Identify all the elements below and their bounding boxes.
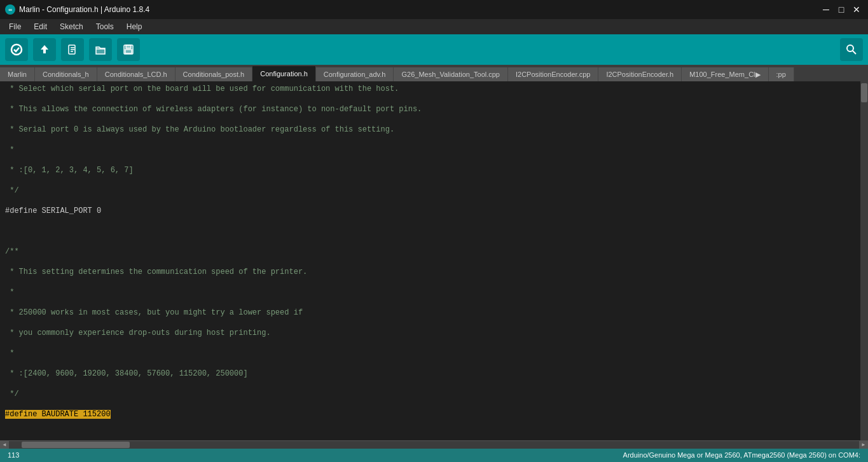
code-line: /**	[5, 247, 855, 257]
line-number: 113	[8, 451, 19, 459]
tab-g26[interactable]: G26_Mesh_Validation_Tool.cpp	[394, 67, 508, 81]
verify-button[interactable]	[5, 38, 28, 61]
menu-file[interactable]: File	[3, 21, 27, 32]
svg-text:∞: ∞	[8, 7, 12, 13]
open-button[interactable]	[89, 38, 112, 61]
board-info: Arduino/Genuino Mega or Mega 2560, ATmeg…	[623, 451, 860, 459]
window-title: Marlin - Configuration.h | Arduino 1.8.4	[19, 5, 149, 14]
code-line: * Select which serial port on the board …	[5, 84, 855, 94]
tab-configuration-adv[interactable]: Configuration_adv.h	[316, 67, 394, 81]
menu-edit[interactable]: Edit	[27, 21, 53, 32]
svg-rect-7	[126, 45, 131, 48]
highlighted-code-line: #define BAUDRATE 115200	[5, 409, 855, 419]
code-line: * Serial port 0 is always used by the Ar…	[5, 125, 855, 135]
upload-button[interactable]	[33, 38, 56, 61]
code-line: *	[5, 348, 855, 358]
menubar: File Edit Sketch Tools Help	[0, 19, 868, 34]
toolbar	[0, 34, 868, 65]
svg-point-9	[847, 45, 853, 51]
code-line: * :[2400, 9600, 19200, 38400, 57600, 115…	[5, 369, 855, 379]
tab-i2c-encoder-h[interactable]: I2CPositionEncoder.h	[598, 67, 682, 81]
editor[interactable]: * Select which serial port on the board …	[0, 81, 868, 440]
minimize-button[interactable]: ─	[820, 3, 832, 16]
app-logo: ∞	[5, 4, 15, 15]
scrollbar-track[interactable]	[9, 441, 859, 449]
horizontal-scrollbar[interactable]: ◀ ▶	[0, 440, 868, 448]
code-line: #define SERIAL_PORT 0	[5, 206, 855, 216]
code-line: * :[0, 1, 2, 3, 4, 5, 6, 7]	[5, 165, 855, 175]
svg-line-10	[853, 51, 856, 54]
svg-rect-8	[125, 50, 132, 53]
tab-marlin[interactable]: Marlin	[0, 67, 35, 81]
new-button[interactable]	[61, 38, 84, 61]
code-line: *	[5, 287, 855, 297]
scrollbar-thumb-h[interactable]	[22, 442, 130, 448]
titlebar-left: ∞ Marlin - Configuration.h | Arduino 1.8…	[5, 4, 149, 15]
code-line: */	[5, 389, 855, 399]
menu-help[interactable]: Help	[120, 21, 149, 32]
scroll-left-button[interactable]: ◀	[0, 441, 9, 449]
tab-conditionals-h[interactable]: Conditionals_h	[35, 67, 97, 81]
code-line: * 250000 works in most cases, but you mi…	[5, 308, 855, 318]
save-button[interactable]	[117, 38, 140, 61]
close-button[interactable]: ✕	[850, 3, 863, 16]
tab-i2c-encoder-cpp[interactable]: I2CPositionEncoder.cpp	[508, 67, 598, 81]
svg-marker-3	[41, 45, 48, 50]
svg-rect-4	[43, 50, 46, 53]
statusbar: 113 Arduino/Genuino Mega or Mega 2560, A…	[0, 448, 868, 462]
tab-conditionals-lcd[interactable]: Conditionals_LCD.h	[97, 67, 176, 81]
tab-conditionals-post[interactable]: Conditionals_post.h	[176, 67, 253, 81]
menu-sketch[interactable]: Sketch	[53, 21, 90, 32]
code-line: * you commonly experience drop-outs duri…	[5, 328, 855, 338]
code-line: *	[5, 145, 855, 155]
code-line	[5, 430, 855, 440]
scroll-right-button[interactable]: ▶	[859, 441, 868, 449]
tab-configuration-h[interactable]: Configuration.h	[252, 66, 316, 81]
titlebar: ∞ Marlin - Configuration.h | Arduino 1.8…	[0, 0, 868, 19]
code-line: * This allows the connection of wireless…	[5, 104, 855, 114]
maximize-button[interactable]: □	[835, 3, 848, 16]
code-line	[5, 226, 855, 236]
editor-container: * Select which serial port on the board …	[0, 81, 868, 448]
editor-content: * Select which serial port on the board …	[0, 81, 860, 440]
vertical-scrollbar[interactable]	[860, 81, 868, 440]
scrollbar-thumb[interactable]	[861, 83, 867, 102]
titlebar-controls: ─ □ ✕	[820, 3, 863, 16]
search-button[interactable]	[840, 38, 863, 61]
menu-tools[interactable]: Tools	[90, 21, 120, 32]
tabbar: Marlin Conditionals_h Conditionals_LCD.h…	[0, 65, 868, 81]
code-line: */	[5, 186, 855, 196]
tab-pp[interactable]: :pp	[769, 67, 794, 81]
tab-m100[interactable]: M100_Free_Mem_Cl▶	[682, 67, 768, 81]
code-line: * This setting determines the communicat…	[5, 267, 855, 277]
